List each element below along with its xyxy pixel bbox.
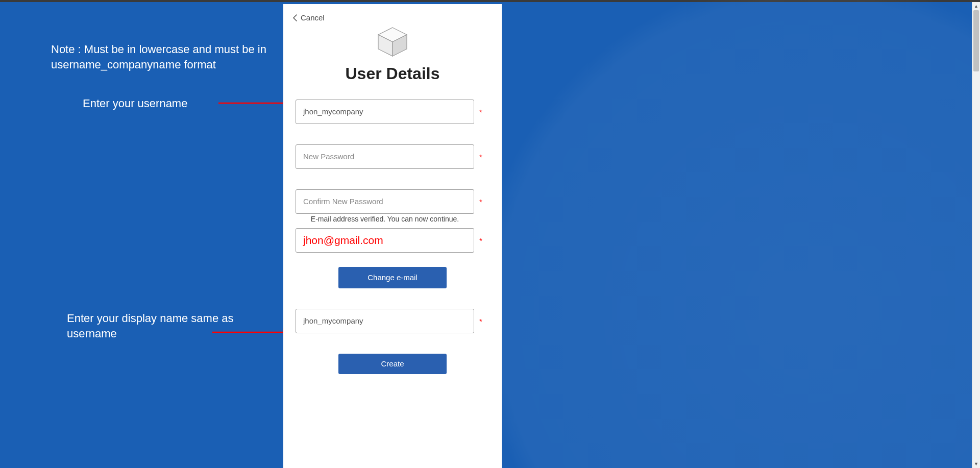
chevron-left-icon xyxy=(292,14,298,21)
cube-icon xyxy=(376,27,409,57)
change-email-button[interactable]: Change e-mail xyxy=(338,267,447,288)
logo-wrap xyxy=(296,27,489,57)
required-marker: * xyxy=(479,198,482,206)
required-marker: * xyxy=(479,153,482,161)
scroll-thumb[interactable] xyxy=(973,10,979,71)
cancel-label: Cancel xyxy=(301,13,325,22)
annotation-username-hint: Enter your username xyxy=(83,96,187,111)
required-marker: * xyxy=(479,108,482,116)
annotation-note: Note : Must be in lowercase and must be … xyxy=(51,42,281,73)
scroll-down-button[interactable]: ▼ xyxy=(972,460,980,468)
email-input[interactable]: jhon@gmail.com xyxy=(296,228,474,253)
confirm-password-input[interactable] xyxy=(296,189,474,214)
email-value: jhon@gmail.com xyxy=(303,234,383,247)
cancel-button[interactable]: Cancel xyxy=(292,13,325,22)
user-details-card: Cancel User Details * * * E-mail address… xyxy=(283,4,502,468)
create-button[interactable]: Create xyxy=(338,354,447,374)
required-marker: * xyxy=(479,236,482,245)
vertical-scrollbar[interactable]: ▲ ▼ xyxy=(972,2,980,468)
username-input[interactable] xyxy=(296,100,474,124)
new-password-input[interactable] xyxy=(296,144,474,169)
page-title: User Details xyxy=(296,64,489,83)
required-marker: * xyxy=(479,317,482,326)
email-verified-status: E-mail address verified. You can now con… xyxy=(296,215,474,223)
annotation-display-hint: Enter your display name same as username xyxy=(67,311,246,342)
display-name-input[interactable] xyxy=(296,309,474,333)
scroll-up-button[interactable]: ▲ xyxy=(972,2,980,10)
